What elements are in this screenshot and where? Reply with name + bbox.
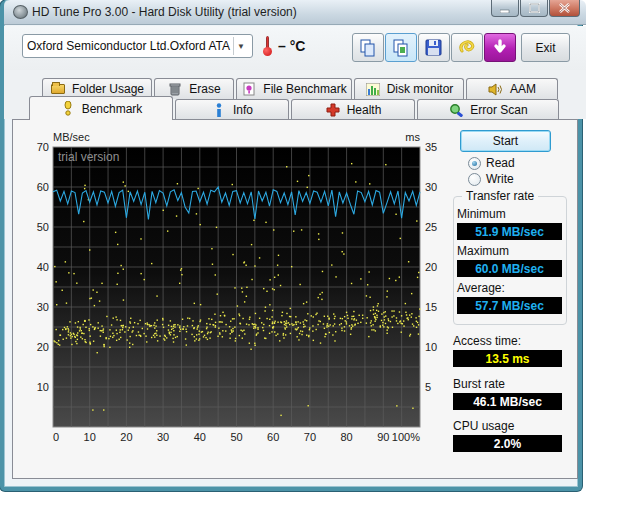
svg-text:25: 25 <box>425 221 437 233</box>
svg-text:20: 20 <box>425 261 437 273</box>
trash-icon <box>167 82 183 96</box>
folder-icon <box>50 82 66 96</box>
red-cross-icon <box>325 103 341 117</box>
access-time-value: 13.5 ms <box>453 350 562 367</box>
cpu-usage-label: CPU usage <box>453 419 514 433</box>
tab-label: File Benchmark <box>263 82 346 96</box>
minimum-value: 51.9 MB/sec <box>457 223 562 240</box>
svg-text:90: 90 <box>377 431 389 443</box>
svg-text:ms: ms <box>405 131 420 143</box>
options-button[interactable] <box>451 33 483 62</box>
write-radio[interactable]: Write <box>468 172 514 186</box>
app-icon <box>13 5 28 19</box>
close-button[interactable] <box>549 0 580 17</box>
benchmark-chart: MB/secmstrial version7060504030201035302… <box>23 127 443 457</box>
svg-text:10: 10 <box>84 431 96 443</box>
tab-label: Erase <box>189 82 220 96</box>
svg-text:50: 50 <box>230 431 242 443</box>
minimize-icon <box>500 4 510 13</box>
svg-text:30: 30 <box>425 181 437 193</box>
update-check-button[interactable] <box>484 33 516 62</box>
options-icon <box>457 38 477 58</box>
tab-info[interactable]: Info <box>175 99 289 119</box>
access-time-value-text: 13.5 ms <box>485 352 529 366</box>
transfer-rate-group-label: Transfer rate <box>462 189 538 203</box>
burst-rate-value-text: 46.1 MB/sec <box>473 395 542 409</box>
exit-button-label: Exit <box>535 41 555 55</box>
tab-health[interactable]: Health <box>291 99 415 119</box>
svg-text:70: 70 <box>37 141 49 153</box>
radio-selected-icon <box>468 157 481 170</box>
start-button[interactable]: Start <box>460 130 551 152</box>
write-radio-label: Write <box>486 172 514 186</box>
svg-text:60: 60 <box>267 431 279 443</box>
svg-text:10: 10 <box>37 381 49 393</box>
toolbar: Oxford Semiconductor Ltd.Oxford ATA De ▼… <box>4 26 586 70</box>
exclamation-ball-icon <box>60 102 76 116</box>
copy-screenshot-button[interactable] <box>385 33 417 62</box>
svg-text:MB/sec: MB/sec <box>53 131 90 143</box>
tab-label: Health <box>347 103 382 117</box>
copy-to-clipboard-button[interactable] <box>352 33 384 62</box>
svg-text:100%: 100% <box>392 431 420 443</box>
device-select-dropdown[interactable]: Oxford Semiconductor Ltd.Oxford ATA De ▼ <box>22 34 253 58</box>
maximum-value: 60.0 MB/sec <box>457 260 562 277</box>
tab-label: Benchmark <box>82 102 143 116</box>
app-window: HD Tune Pro 3.00 - Hard Disk Utility (tr… <box>0 0 582 491</box>
tab-label: Folder Usage <box>72 82 144 96</box>
burst-rate-label: Burst rate <box>453 377 505 391</box>
svg-text:80: 80 <box>340 431 352 443</box>
access-time-label: Access time: <box>453 334 521 348</box>
tab-file-benchmark[interactable]: File Benchmark <box>236 78 352 99</box>
close-icon <box>559 3 570 13</box>
svg-text:60: 60 <box>37 181 49 193</box>
tab-error-scan[interactable]: Error Scan <box>417 99 559 119</box>
svg-text:20: 20 <box>37 341 49 353</box>
tab-strip: Folder Usage Erase File Benchmark Disk m… <box>4 70 586 119</box>
minimum-value-text: 51.9 MB/sec <box>475 225 544 239</box>
svg-text:5: 5 <box>425 381 431 393</box>
copy-screenshot-icon <box>391 38 411 58</box>
minimum-label: Minimum <box>457 207 506 221</box>
temperature-label: – °C <box>278 38 305 54</box>
speaker-icon <box>488 82 504 96</box>
thermometer-icon <box>263 36 272 56</box>
exit-button[interactable]: Exit <box>521 33 570 62</box>
bar-chart-icon <box>365 82 381 96</box>
average-value-text: 57.7 MB/sec <box>475 299 544 313</box>
update-download-icon <box>491 39 509 57</box>
tab-disk-monitor[interactable]: Disk monitor <box>354 78 464 99</box>
minimize-button[interactable] <box>491 0 519 17</box>
svg-text:trial version: trial version <box>58 150 119 164</box>
svg-text:0: 0 <box>53 431 59 443</box>
save-screenshot-button[interactable] <box>418 33 450 62</box>
svg-text:10: 10 <box>425 341 437 353</box>
average-label: Average: <box>457 281 505 295</box>
tab-aam[interactable]: AAM <box>466 78 558 99</box>
save-icon <box>424 38 444 58</box>
cpu-usage-value-text: 2.0% <box>494 437 521 451</box>
magnifier-icon <box>448 103 464 117</box>
svg-text:40: 40 <box>194 431 206 443</box>
maximize-button[interactable] <box>520 0 548 17</box>
tab-label: Info <box>233 103 253 117</box>
cpu-usage-value: 2.0% <box>453 435 562 452</box>
title-bar[interactable]: HD Tune Pro 3.00 - Hard Disk Utility (tr… <box>4 0 586 25</box>
svg-text:50: 50 <box>37 221 49 233</box>
tab-benchmark[interactable]: Benchmark <box>29 96 173 120</box>
tab-label: AAM <box>510 82 536 96</box>
svg-text:30: 30 <box>157 431 169 443</box>
copy-icon <box>358 38 378 58</box>
chevron-down-icon: ▼ <box>233 37 248 55</box>
maximum-label: Maximum <box>457 244 509 258</box>
start-button-label: Start <box>493 134 518 148</box>
svg-text:40: 40 <box>37 261 49 273</box>
read-radio[interactable]: Read <box>468 156 515 170</box>
radio-icon <box>468 173 481 186</box>
average-value: 57.7 MB/sec <box>457 297 562 314</box>
burst-rate-value: 46.1 MB/sec <box>453 393 562 410</box>
svg-text:20: 20 <box>120 431 132 443</box>
maximum-value-text: 60.0 MB/sec <box>475 262 544 276</box>
maximize-icon <box>529 3 540 13</box>
file-benchmark-icon <box>241 82 257 96</box>
